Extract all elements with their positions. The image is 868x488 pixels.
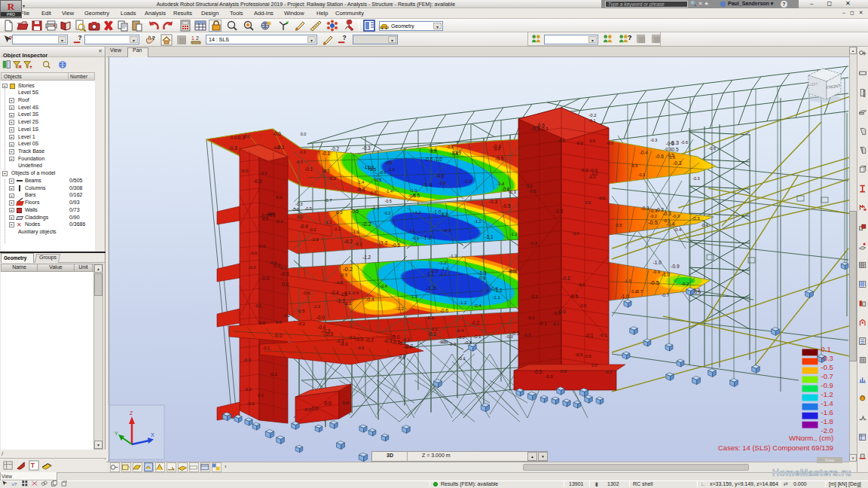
svg-text:-0.2: -0.2: [578, 282, 585, 287]
svg-text:-0.5: -0.5: [648, 219, 658, 226]
svg-text:-0.3: -0.3: [506, 334, 512, 339]
svg-text:-0.1: -0.1: [457, 356, 466, 361]
svg-text:-1.2: -1.2: [396, 307, 405, 311]
svg-text:-0.3: -0.3: [509, 190, 517, 194]
svg-text:-0.3: -0.3: [228, 145, 237, 151]
svg-text:-0.0: -0.0: [273, 131, 282, 136]
svg-text:-0.5: -0.5: [385, 160, 392, 165]
svg-text:-0.3: -0.3: [692, 176, 699, 181]
svg-text:-1.8: -1.8: [821, 417, 833, 425]
svg-text:-0.5: -0.5: [374, 178, 382, 182]
svg-text:-1.1: -1.1: [474, 219, 481, 224]
svg-text:-1.2: -1.2: [439, 261, 447, 265]
svg-text:-0.0: -0.0: [261, 217, 268, 221]
svg-text:-0.3: -0.3: [478, 276, 486, 280]
svg-text:-0.2: -0.2: [362, 221, 371, 227]
svg-text:-0.7: -0.7: [821, 372, 833, 380]
svg-text:-0.5: -0.5: [555, 209, 564, 214]
svg-text:-0.2: -0.2: [331, 146, 340, 151]
svg-text:-1.4: -1.4: [357, 180, 364, 185]
svg-text:-0.2: -0.2: [365, 337, 374, 343]
svg-text:-0.5: -0.5: [392, 242, 401, 248]
svg-text:-0.4: -0.4: [493, 147, 500, 151]
svg-text:-0.6: -0.6: [424, 157, 433, 162]
svg-text:-0.1: -0.1: [254, 303, 261, 308]
svg-text:-1.1: -1.1: [371, 205, 381, 210]
svg-text:-0.5: -0.5: [579, 303, 586, 308]
svg-text:-1.2: -1.2: [439, 272, 446, 276]
svg-text:0.0: 0.0: [311, 406, 318, 411]
svg-text:-0.3: -0.3: [673, 160, 682, 166]
svg-text:-0.5: -0.5: [575, 352, 583, 357]
svg-text:-1.2: -1.2: [414, 210, 422, 215]
svg-text:-0.6: -0.6: [656, 154, 665, 159]
svg-text:-0.2: -0.2: [355, 242, 363, 246]
svg-text:X: X: [151, 432, 154, 438]
svg-text:-1.0: -1.0: [438, 181, 446, 185]
svg-text:-0.4: -0.4: [640, 150, 649, 155]
svg-text:-1.0: -1.0: [434, 157, 443, 162]
svg-text:-0.1: -0.1: [304, 166, 313, 172]
svg-text:-0.3: -0.3: [580, 168, 588, 172]
svg-text:-0.5: -0.5: [297, 309, 305, 313]
svg-text:-0.6: -0.6: [302, 291, 310, 295]
svg-text:-1.4: -1.4: [821, 399, 833, 407]
svg-text:-0.7: -0.7: [662, 293, 670, 297]
svg-text:-0.6: -0.6: [440, 308, 449, 313]
svg-text:-0.0: -0.0: [274, 333, 283, 338]
svg-text:-0.0: -0.0: [240, 169, 249, 173]
svg-text:0.0: 0.0: [585, 200, 591, 205]
svg-text:-1.3: -1.3: [410, 294, 417, 299]
svg-text:-0.2: -0.2: [309, 227, 316, 232]
svg-text:0.0: 0.0: [300, 150, 306, 154]
svg-text:-1.0: -1.0: [388, 167, 395, 172]
svg-text:-0.0: -0.0: [269, 261, 277, 265]
svg-text:-0.2: -0.2: [552, 322, 559, 326]
svg-text:-0.1: -0.1: [599, 333, 607, 337]
svg-text:-1.0: -1.0: [463, 178, 472, 184]
svg-text:-1.0: -1.0: [352, 230, 359, 234]
svg-text:0.0: 0.0: [276, 320, 282, 325]
svg-text:-0.9: -0.9: [452, 150, 461, 155]
svg-text:-0.0: -0.0: [243, 358, 252, 362]
svg-text:-1.3: -1.3: [441, 267, 448, 271]
svg-text:0.0: 0.0: [325, 401, 332, 406]
svg-text:-0.2: -0.2: [471, 320, 480, 325]
svg-text:-1.0: -1.0: [653, 260, 662, 265]
svg-text:-0.2: -0.2: [605, 370, 612, 374]
svg-text:-0.2: -0.2: [561, 276, 570, 281]
svg-text:-1.1: -1.1: [333, 227, 341, 231]
svg-text:0.0: 0.0: [259, 321, 266, 325]
svg-text:-0.0: -0.0: [557, 309, 566, 314]
svg-text:-0.3: -0.3: [292, 207, 298, 212]
svg-text:v?: v?: [12, 481, 17, 486]
svg-text:0.0: 0.0: [301, 132, 307, 136]
svg-text:-0.0: -0.0: [572, 231, 579, 236]
svg-text:-0.5: -0.5: [495, 156, 504, 161]
svg-text:?: ?: [343, 34, 347, 41]
svg-text:-1.0: -1.0: [410, 188, 417, 193]
svg-text:-0.2: -0.2: [392, 340, 401, 345]
svg-text:-0.3: -0.3: [524, 333, 530, 337]
svg-text:-0.0: -0.0: [273, 145, 280, 150]
svg-text:LEFT: LEFT: [809, 83, 818, 87]
svg-text:-0.9: -0.9: [411, 236, 418, 240]
svg-text:-0.3: -0.3: [362, 145, 371, 151]
svg-text:-1.4: -1.4: [422, 181, 432, 188]
svg-text:-0.5: -0.5: [583, 354, 591, 358]
svg-text:0.1: 0.1: [821, 345, 831, 353]
svg-text:-0.0: -0.0: [457, 335, 464, 340]
svg-text:-0.0: -0.0: [591, 172, 598, 176]
svg-text:-0.0: -0.0: [607, 141, 613, 145]
svg-text:-0.9: -0.9: [821, 381, 833, 389]
svg-text:-0.5: -0.5: [821, 363, 833, 371]
svg-text:-0.3: -0.3: [641, 206, 650, 211]
svg-text:-0.3: -0.3: [692, 216, 700, 221]
svg-text:-0.2: -0.2: [649, 214, 656, 218]
svg-text:-0.2: -0.2: [343, 266, 353, 273]
svg-text:-0.4: -0.4: [456, 328, 464, 333]
svg-text:-0.3: -0.3: [649, 209, 658, 213]
svg-text:-0.4: -0.4: [666, 221, 675, 227]
svg-text:-0.3: -0.3: [322, 169, 330, 173]
svg-text:-0.4: -0.4: [380, 284, 387, 288]
